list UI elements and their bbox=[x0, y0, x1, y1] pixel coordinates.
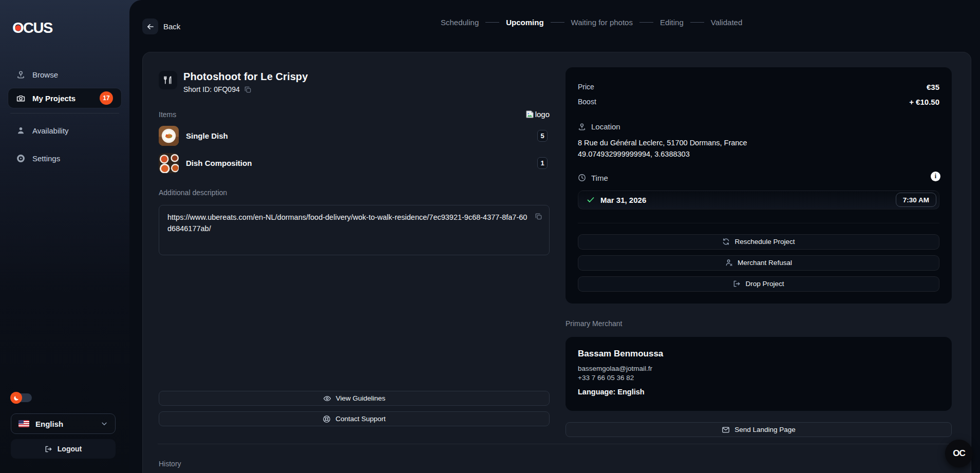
merchant-language: Language: English bbox=[578, 388, 939, 396]
arrow-left-icon bbox=[146, 23, 155, 31]
project-details-panel: Price €35 Boost + €10.50 Location 8 Rue … bbox=[566, 67, 952, 304]
merchant-name: Bassam Benmoussa bbox=[578, 349, 939, 359]
broken-logo-image: logo bbox=[525, 110, 550, 119]
logout-label: Logout bbox=[58, 445, 82, 453]
drop-project-icon bbox=[733, 280, 741, 288]
eye-icon bbox=[323, 394, 331, 403]
sidebar-divider bbox=[10, 113, 119, 113]
restaurant-icon bbox=[159, 71, 177, 89]
reschedule-project-button[interactable]: Reschedule Project bbox=[578, 234, 939, 250]
sidebar-item-my-projects[interactable]: My Projects 17 bbox=[8, 88, 121, 108]
panel-divider bbox=[578, 223, 939, 223]
view-guidelines-label: View Guidelines bbox=[336, 394, 386, 402]
step-separator bbox=[639, 22, 653, 23]
scheduled-time-button[interactable]: 7:30 AM bbox=[896, 193, 936, 207]
drop-project-button[interactable]: Drop Project bbox=[578, 276, 939, 292]
project-card: Photoshoot for Le Crispy Short ID: 0FQ09… bbox=[142, 52, 971, 473]
ocus-logo-dot-icon bbox=[15, 25, 21, 31]
sidebar-item-label: Availability bbox=[32, 126, 69, 135]
sidebar-item-label: Browse bbox=[32, 70, 58, 79]
back-button[interactable] bbox=[142, 18, 158, 34]
sidebar-item-availability[interactable]: Availability bbox=[8, 121, 121, 140]
location-label: Location bbox=[591, 122, 620, 131]
chevron-down-icon bbox=[101, 420, 108, 427]
sidebar-item-browse[interactable]: Browse bbox=[8, 65, 121, 84]
projects-count-badge: 17 bbox=[100, 91, 113, 105]
sidebar-item-settings[interactable]: Settings bbox=[8, 148, 121, 168]
item-name: Single Dish bbox=[186, 131, 228, 140]
broken-image-alt-text: logo bbox=[535, 110, 550, 119]
reschedule-icon bbox=[722, 238, 730, 245]
content-panel: Back Scheduling Upcoming Waiting for pho… bbox=[129, 0, 980, 473]
back-label: Back bbox=[163, 22, 180, 31]
browse-pin-icon bbox=[16, 70, 25, 79]
language-select[interactable]: English bbox=[11, 413, 116, 434]
contact-support-button[interactable]: Contact Support bbox=[159, 411, 550, 426]
price-value: €35 bbox=[927, 83, 939, 91]
step-scheduling[interactable]: Scheduling bbox=[441, 18, 479, 27]
sidebar-item-label: Settings bbox=[32, 154, 60, 163]
contact-support-label: Contact Support bbox=[335, 415, 386, 423]
page-title: Photoshoot for Le Crispy bbox=[183, 71, 308, 83]
status-stepper: Scheduling Upcoming Waiting for photos E… bbox=[441, 18, 742, 27]
step-waiting-for-photos[interactable]: Waiting for photos bbox=[571, 18, 633, 27]
sidebar-item-label: My Projects bbox=[32, 94, 76, 103]
location-pin-icon bbox=[578, 123, 586, 131]
step-editing[interactable]: Editing bbox=[660, 18, 684, 27]
theme-toggle[interactable] bbox=[11, 393, 32, 402]
coordinates-text: 49.074932999999994, 3.6388303 bbox=[578, 150, 939, 158]
settings-icon bbox=[16, 154, 25, 163]
sidebar: OCUS Browse My Projects 17 bbox=[0, 0, 129, 473]
description-text: https://www.ubereats.com/en-NL/dormans/f… bbox=[167, 213, 527, 233]
description-label: Additional description bbox=[159, 188, 550, 197]
item-row-single-dish: Single Dish 5 bbox=[159, 126, 550, 146]
step-separator bbox=[485, 22, 499, 23]
reschedule-label: Reschedule Project bbox=[734, 238, 795, 245]
ocus-logo: OCUS bbox=[12, 20, 52, 36]
items-label: Items bbox=[159, 110, 176, 119]
drop-project-label: Drop Project bbox=[745, 280, 784, 288]
dish-composition-thumbnail bbox=[159, 153, 179, 173]
boost-label: Boost bbox=[578, 98, 596, 106]
step-upcoming[interactable]: Upcoming bbox=[506, 18, 543, 27]
info-icon[interactable]: i bbox=[931, 172, 940, 181]
ocus-mark-icon: OC bbox=[953, 448, 965, 459]
camera-icon bbox=[16, 94, 25, 103]
step-separator bbox=[551, 22, 564, 23]
history-label: History bbox=[159, 460, 181, 468]
price-label: Price bbox=[578, 83, 594, 91]
step-validated[interactable]: Validated bbox=[711, 18, 742, 27]
check-icon bbox=[587, 196, 595, 204]
description-field[interactable]: https://www.ubereats.com/en-NL/dormans/f… bbox=[159, 205, 550, 255]
view-guidelines-button[interactable]: View Guidelines bbox=[159, 391, 550, 406]
merchant-refusal-button[interactable]: Merchant Refusal bbox=[578, 255, 939, 271]
language-label: English bbox=[35, 420, 63, 428]
copy-icon[interactable] bbox=[244, 86, 252, 93]
step-separator bbox=[690, 22, 704, 23]
ocus-floating-button[interactable]: OC bbox=[945, 440, 973, 467]
us-flag-icon bbox=[18, 420, 29, 427]
logout-button[interactable]: Logout bbox=[11, 439, 116, 459]
schedule-row: Mar 31, 2026 7:30 AM bbox=[578, 191, 939, 210]
address-text: 8 Rue du Général Leclerc, 51700 Dormans,… bbox=[578, 138, 939, 148]
merchant-phone: +33 7 66 05 36 82 bbox=[578, 374, 939, 382]
send-landing-page-button[interactable]: Send Landing Page bbox=[566, 422, 952, 437]
moon-icon bbox=[10, 392, 22, 404]
item-count-badge: 1 bbox=[537, 157, 548, 169]
merchant-card: Bassam Benmoussa bassemgolaa@jotmail.fr … bbox=[566, 337, 952, 411]
merchant-email: bassemgolaa@jotmail.fr bbox=[578, 365, 939, 372]
broken-image-icon bbox=[525, 110, 534, 118]
boost-value: + €10.50 bbox=[909, 98, 939, 106]
short-id: Short ID: 0FQ094 bbox=[183, 85, 240, 93]
send-landing-label: Send Landing Page bbox=[734, 426, 796, 433]
item-row-dish-composition: Dish Composition 1 bbox=[159, 153, 550, 173]
primary-merchant-label: Primary Merchant bbox=[566, 319, 952, 328]
logout-icon bbox=[45, 445, 52, 453]
single-dish-thumbnail bbox=[159, 126, 179, 146]
item-count-badge: 5 bbox=[537, 130, 548, 142]
merchant-refusal-label: Merchant Refusal bbox=[738, 259, 792, 267]
time-label: Time bbox=[591, 174, 608, 182]
copy-icon[interactable] bbox=[535, 213, 542, 220]
ocus-mark-dot-icon bbox=[954, 451, 957, 455]
lifebuoy-icon bbox=[323, 415, 331, 423]
